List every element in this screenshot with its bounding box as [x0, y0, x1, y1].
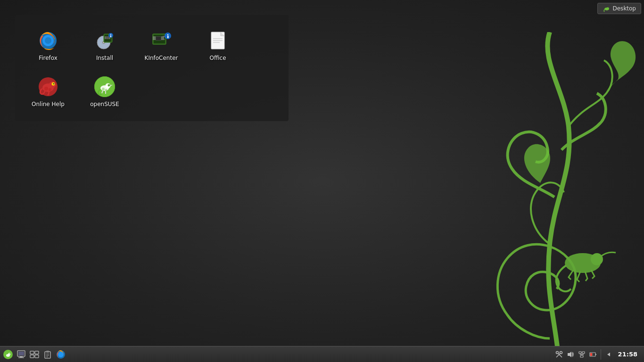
svg-rect-97: [590, 353, 592, 356]
opensuse-icon-item[interactable]: openSUSE: [76, 71, 133, 112]
icon-row-2: Online Help: [20, 71, 284, 112]
svg-rect-71: [18, 357, 24, 358]
svg-point-53: [44, 87, 48, 90]
svg-rect-90: [580, 355, 583, 357]
svg-point-67: [10, 353, 10, 354]
svg-rect-69: [18, 352, 24, 355]
desktop-button[interactable]: Desktop: [597, 3, 642, 14]
desktop-button-icon: [603, 5, 610, 12]
svg-rect-76: [45, 352, 50, 358]
tray-battery-icon[interactable]: [588, 350, 598, 359]
taskbar-separator: [601, 349, 601, 360]
tray-network-icon[interactable]: [577, 350, 586, 359]
office-icon: [206, 29, 229, 52]
svg-point-54: [49, 88, 51, 91]
svg-rect-38: [163, 36, 165, 37]
opensuse-icon: [93, 75, 116, 98]
desktop-button-label: Desktop: [613, 5, 636, 12]
svg-rect-77: [46, 351, 49, 353]
svg-rect-73: [35, 351, 39, 354]
svg-rect-29: [156, 37, 161, 40]
clock-display: 21:58: [615, 351, 640, 358]
firefox-icon: [37, 29, 59, 52]
svg-marker-87: [568, 352, 571, 357]
firefox-label: Firefox: [39, 55, 58, 62]
taskbar-opensuse-button[interactable]: [2, 348, 14, 361]
taskbar-showdesktop-button[interactable]: [15, 348, 27, 361]
svg-rect-42: [167, 36, 169, 38]
svg-rect-70: [20, 356, 23, 357]
taskbar-right: 21:58: [554, 349, 642, 360]
onlinehelp-icon: [37, 75, 59, 98]
svg-point-24: [110, 34, 111, 35]
svg-point-52: [54, 83, 54, 83]
icon-panel: Firefox: [15, 15, 289, 121]
svg-point-51: [53, 83, 55, 84]
firefox-icon-item[interactable]: Firefox: [20, 25, 76, 66]
install-label: Install: [96, 55, 113, 62]
svg-rect-74: [30, 355, 34, 358]
desktop-art: [408, 32, 644, 362]
tray-scissors-icon[interactable]: [554, 350, 564, 359]
svg-point-41: [167, 34, 169, 36]
taskbar: 21:58: [0, 346, 644, 362]
svg-rect-72: [30, 351, 34, 354]
office-label: Office: [209, 55, 226, 62]
svg-rect-89: [582, 352, 585, 354]
svg-rect-25: [110, 35, 111, 37]
install-icon: [93, 29, 116, 52]
svg-point-8: [45, 37, 51, 44]
svg-rect-39: [163, 39, 165, 40]
tray-volume-icon[interactable]: [566, 350, 575, 359]
onlinehelp-label: Online Help: [32, 101, 65, 108]
install-icon-item[interactable]: Install: [76, 25, 133, 66]
taskbar-clipboard-button[interactable]: [41, 348, 54, 361]
svg-rect-75: [35, 355, 39, 358]
svg-rect-88: [579, 352, 581, 354]
kinfocenter-icon: [150, 29, 173, 52]
svg-point-59: [109, 84, 110, 85]
icon-row-1: Firefox: [20, 25, 284, 66]
svg-point-60: [102, 88, 105, 90]
taskbar-firefox-button[interactable]: [55, 348, 67, 361]
onlinehelp-icon-item[interactable]: Online Help: [20, 71, 76, 112]
opensuse-label: openSUSE: [90, 101, 119, 108]
svg-point-61: [105, 89, 107, 91]
svg-rect-16: [106, 36, 109, 39]
kinfocenter-icon-item[interactable]: KInfoCenter: [133, 25, 190, 66]
tray-expand-icon[interactable]: [604, 350, 613, 359]
taskbar-left: [2, 348, 554, 361]
svg-marker-99: [607, 353, 610, 356]
svg-point-5: [608, 7, 609, 8]
office-icon-item[interactable]: Office: [190, 25, 246, 66]
svg-rect-96: [595, 354, 596, 355]
taskbar-pager-button[interactable]: [28, 348, 41, 361]
kinfocenter-label: KInfoCenter: [145, 55, 178, 62]
